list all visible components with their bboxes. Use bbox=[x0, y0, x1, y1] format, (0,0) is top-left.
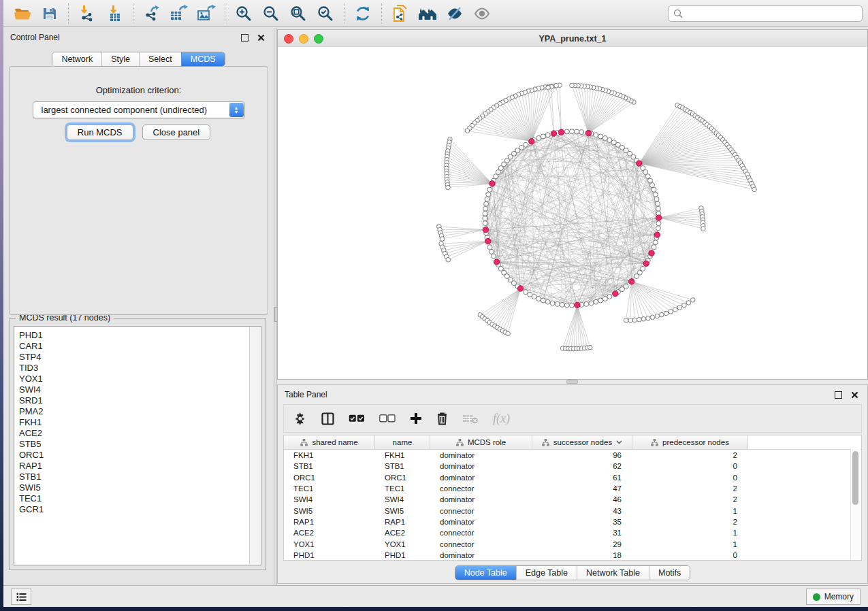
tab-network[interactable]: Network bbox=[52, 52, 101, 66]
tab-network-table[interactable]: Network Table bbox=[577, 566, 649, 580]
show-column-selector-icon[interactable] bbox=[321, 410, 334, 427]
float-panel-icon[interactable] bbox=[238, 32, 251, 43]
table-cell: ACE2 bbox=[284, 529, 375, 537]
network-graph[interactable] bbox=[278, 47, 867, 379]
column-header-successor-nodes[interactable]: successor nodes bbox=[532, 435, 632, 449]
application-window: Control Panel NetworkStyleSelectMCDS Opt… bbox=[3, 0, 868, 607]
table-cell: SWI5 bbox=[284, 507, 375, 515]
network-canvas[interactable] bbox=[278, 47, 867, 379]
export-image-icon[interactable] bbox=[193, 2, 220, 25]
result-list-scrollbar[interactable] bbox=[249, 327, 260, 564]
column-header-shared-name[interactable]: shared name bbox=[284, 435, 375, 449]
table-body: FKH1FKH1dominator962STB1STB1dominator620… bbox=[284, 450, 861, 561]
table-row[interactable]: ORC1ORC1dominator610 bbox=[284, 472, 861, 483]
delete-table-icon bbox=[462, 410, 479, 427]
mcds-result-item[interactable]: STB1 bbox=[19, 472, 246, 482]
mcds-result-item[interactable]: PMA2 bbox=[19, 406, 246, 417]
table-row[interactable]: FKH1FKH1dominator962 bbox=[284, 450, 861, 461]
table-cell: 2 bbox=[632, 451, 748, 459]
mcds-result-item[interactable]: STP4 bbox=[19, 352, 246, 363]
table-scrollbar[interactable] bbox=[850, 449, 861, 559]
zoom-out-icon[interactable] bbox=[257, 2, 285, 25]
mcds-result-item[interactable]: STB5 bbox=[19, 439, 246, 450]
create-column-icon[interactable] bbox=[410, 410, 422, 427]
table-row[interactable]: RAP1RAP1dominator352 bbox=[284, 516, 861, 527]
mcds-result-item[interactable]: TEC1 bbox=[19, 493, 246, 504]
close-table-panel-icon[interactable] bbox=[848, 389, 861, 400]
table-toolbar: f(x) bbox=[283, 404, 862, 433]
column-header-name[interactable]: name bbox=[375, 435, 430, 449]
mcds-result-item[interactable]: TID3 bbox=[19, 363, 246, 374]
close-panel-button[interactable]: Close panel bbox=[142, 125, 211, 140]
show-panel-list-button[interactable] bbox=[11, 589, 31, 605]
mcds-result-item[interactable]: FKH1 bbox=[19, 417, 246, 428]
export-network-icon[interactable] bbox=[138, 2, 165, 25]
new-network-from-file-icon[interactable] bbox=[387, 2, 414, 25]
import-table-icon[interactable] bbox=[101, 2, 128, 25]
table-cell: SWI4 bbox=[375, 495, 430, 503]
mcds-result-item[interactable]: SWI4 bbox=[19, 384, 246, 395]
hide-graphics-details-icon[interactable] bbox=[441, 2, 468, 25]
birdseye-view-icon[interactable] bbox=[468, 2, 496, 25]
table-cell: 0 bbox=[632, 474, 748, 482]
mcds-result-item[interactable]: PHD1 bbox=[19, 330, 246, 341]
control-panel-tabs: NetworkStyleSelectMCDS bbox=[52, 52, 225, 67]
deselect-all-rows-icon[interactable] bbox=[379, 410, 396, 427]
delete-columns-icon[interactable] bbox=[436, 410, 448, 427]
float-table-panel-icon[interactable] bbox=[832, 389, 844, 400]
search-webservice-icon[interactable] bbox=[414, 2, 441, 25]
tab-mcds[interactable]: MCDS bbox=[181, 52, 225, 66]
mcds-result-item[interactable]: YOX1 bbox=[19, 374, 246, 384]
zoom-fit-content-icon[interactable] bbox=[285, 2, 312, 25]
table-row[interactable]: TEC1TEC1connector472 bbox=[284, 483, 861, 494]
table-row[interactable]: STB1STB1dominator620 bbox=[284, 461, 861, 472]
table-row[interactable]: SWI4SWI4dominator462 bbox=[284, 494, 861, 505]
toolbar-search-field[interactable] bbox=[668, 5, 863, 22]
tab-edge-table[interactable]: Edge Table bbox=[516, 566, 577, 580]
column-header-filler bbox=[748, 435, 861, 449]
mcds-result-item[interactable]: SRD1 bbox=[19, 395, 246, 406]
column-header-predecessor-nodes[interactable]: predecessor nodes bbox=[632, 435, 748, 449]
zoom-selected-icon[interactable] bbox=[312, 2, 339, 25]
mcds-result-item[interactable]: GCR1 bbox=[19, 504, 246, 515]
mcds-result-item[interactable]: ACE2 bbox=[19, 428, 246, 439]
network-window: YPA_prune.txt_1 bbox=[277, 29, 868, 380]
table-row[interactable]: YOX1YOX1connector291 bbox=[284, 538, 861, 549]
open-session-icon[interactable] bbox=[9, 2, 36, 25]
mcds-result-item[interactable]: SWI5 bbox=[19, 482, 246, 493]
table-cell: 1 bbox=[632, 529, 748, 537]
run-mcds-button[interactable]: Run MCDS bbox=[67, 125, 133, 140]
export-table-icon[interactable] bbox=[165, 2, 193, 25]
table-cell: RAP1 bbox=[375, 518, 430, 526]
save-session-icon[interactable] bbox=[36, 2, 63, 25]
table-cell: 0 bbox=[632, 462, 748, 470]
tab-node-table[interactable]: Node Table bbox=[455, 566, 516, 580]
horizontal-splitter-handle[interactable] bbox=[566, 380, 578, 384]
refresh-view-icon[interactable] bbox=[349, 2, 376, 25]
import-network-icon[interactable] bbox=[74, 2, 101, 25]
criterion-dropdown[interactable]: largest connected component (undirected)… bbox=[33, 101, 245, 118]
function-builder-icon: f(x) bbox=[493, 410, 510, 427]
mcds-result-item[interactable]: CAR1 bbox=[19, 341, 246, 352]
table-row[interactable]: SWI5SWI5connector431 bbox=[284, 505, 861, 516]
table-cell: 29 bbox=[532, 540, 632, 548]
tab-select[interactable]: Select bbox=[139, 52, 181, 66]
table-cell: 1 bbox=[632, 540, 748, 548]
mcds-result-item[interactable]: ORC1 bbox=[19, 450, 246, 461]
table-cell: dominator bbox=[430, 518, 532, 526]
list-icon bbox=[16, 593, 27, 601]
table-options-gear-icon[interactable] bbox=[293, 410, 307, 427]
close-panel-icon[interactable] bbox=[255, 32, 267, 43]
tab-style[interactable]: Style bbox=[101, 52, 139, 66]
column-header-MCDS-role[interactable]: MCDS role bbox=[430, 435, 532, 449]
select-all-rows-icon[interactable] bbox=[349, 410, 365, 427]
mcds-result-item[interactable]: RAP1 bbox=[19, 461, 246, 472]
table-row[interactable]: PHD1PHD1dominator180 bbox=[284, 550, 861, 561]
zoom-in-icon[interactable] bbox=[230, 2, 257, 25]
network-window-title: YPA_prune.txt_1 bbox=[278, 34, 867, 44]
search-input[interactable] bbox=[683, 8, 857, 19]
table-row[interactable]: ACE2ACE2connector311 bbox=[284, 527, 861, 538]
table-scrollbar-thumb[interactable] bbox=[852, 451, 858, 505]
memory-button[interactable]: Memory bbox=[806, 589, 861, 605]
tab-motifs[interactable]: Motifs bbox=[649, 566, 690, 580]
